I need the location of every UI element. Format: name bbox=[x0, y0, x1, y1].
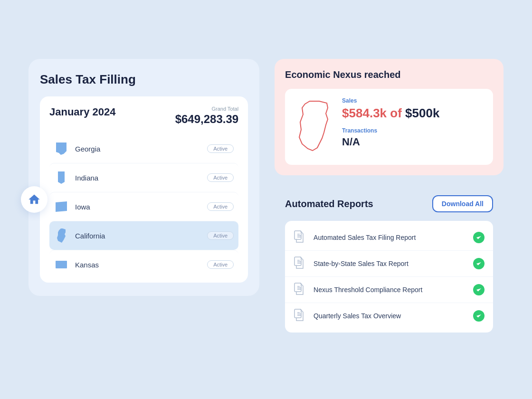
state-name-indiana: Indiana bbox=[75, 174, 207, 182]
reports-header: Automated Reports Download All bbox=[285, 195, 493, 212]
georgia-icon bbox=[54, 140, 68, 157]
status-badge-california: Active bbox=[207, 231, 234, 240]
indiana-icon bbox=[54, 169, 68, 186]
report-item-4[interactable]: Quarterly Sales Tax Overview bbox=[285, 303, 493, 329]
card-month: January 2024 bbox=[49, 106, 115, 118]
status-badge-georgia: Active bbox=[207, 144, 234, 153]
state-item-georgia[interactable]: Georgia Active bbox=[49, 134, 238, 163]
nexus-map bbox=[294, 97, 332, 156]
sales-amount: $584.3k of bbox=[342, 106, 402, 120]
state-item-iowa[interactable]: Iowa Active bbox=[49, 192, 238, 221]
report-file-icon-2 bbox=[294, 256, 307, 271]
report-item-1[interactable]: Automated Sales Tax Filing Report bbox=[285, 225, 493, 251]
reports-title: Automated Reports bbox=[285, 199, 373, 209]
report-check-3 bbox=[473, 284, 484, 295]
nexus-title: Economic Nexus reached bbox=[285, 69, 493, 80]
nexus-data: Sales $584.3k of $500k Transactions N/A bbox=[342, 97, 484, 148]
card-total: Grand Total $649,283.39 bbox=[175, 106, 238, 126]
iowa-icon bbox=[54, 198, 68, 215]
report-file-icon-1 bbox=[294, 230, 307, 245]
state-item-california[interactable]: California Active bbox=[49, 221, 238, 250]
svg-rect-1 bbox=[294, 231, 301, 239]
status-badge-kansas: Active bbox=[207, 260, 234, 269]
download-all-button[interactable]: Download All bbox=[432, 195, 493, 212]
svg-rect-5 bbox=[294, 257, 301, 266]
card-header: January 2024 Grand Total $649,283.39 bbox=[49, 106, 238, 126]
sales-label: Sales bbox=[342, 97, 484, 104]
report-item-2[interactable]: State-by-State Sales Tax Report bbox=[285, 251, 493, 277]
svg-rect-0 bbox=[56, 261, 67, 268]
right-panel: Economic Nexus reached Sales $584.3k of … bbox=[275, 59, 504, 340]
status-badge-iowa: Active bbox=[207, 202, 234, 211]
tax-card: January 2024 Grand Total $649,283.39 Geo… bbox=[40, 96, 248, 283]
transactions-label: Transactions bbox=[342, 127, 484, 134]
left-panel: Sales Tax Filling January 2024 Grand Tot… bbox=[28, 59, 259, 296]
svg-rect-9 bbox=[294, 283, 301, 292]
home-icon-circle[interactable] bbox=[21, 186, 48, 213]
state-name-iowa: Iowa bbox=[75, 203, 207, 211]
report-name-2: State-by-State Sales Tax Report bbox=[314, 260, 473, 267]
nexus-card: Economic Nexus reached Sales $584.3k of … bbox=[275, 59, 504, 175]
reports-list: Automated Sales Tax Filing Report bbox=[285, 221, 493, 332]
report-file-icon-3 bbox=[294, 283, 307, 297]
state-name-kansas: Kansas bbox=[75, 261, 207, 269]
nexus-content: Sales $584.3k of $500k Transactions N/A bbox=[285, 89, 493, 165]
state-item-kansas[interactable]: Kansas Active bbox=[49, 250, 238, 279]
page-title: Sales Tax Filling bbox=[40, 72, 248, 87]
reports-card: Automated Reports Download All Auto bbox=[275, 185, 504, 340]
status-badge-indiana: Active bbox=[207, 173, 234, 182]
grand-total-label: Grand Total bbox=[175, 106, 238, 112]
report-name-1: Automated Sales Tax Filing Report bbox=[314, 234, 473, 241]
sales-threshold: $500k bbox=[402, 106, 440, 120]
state-name-georgia: Georgia bbox=[75, 145, 207, 153]
report-check-4 bbox=[473, 310, 484, 322]
kansas-icon bbox=[54, 256, 68, 273]
main-container: Sales Tax Filling January 2024 Grand Tot… bbox=[10, 40, 522, 359]
report-file-icon-4 bbox=[294, 309, 307, 323]
transactions-value: N/A bbox=[342, 136, 484, 148]
sales-value: $584.3k of $500k bbox=[342, 106, 484, 121]
state-item-indiana[interactable]: Indiana Active bbox=[49, 163, 238, 192]
state-list: Georgia Active Indiana Active bbox=[49, 134, 238, 279]
report-name-3: Nexus Threshold Compliance Report bbox=[314, 286, 473, 294]
report-check-1 bbox=[473, 232, 484, 243]
home-icon bbox=[28, 193, 41, 206]
svg-rect-13 bbox=[294, 309, 301, 318]
report-item-3[interactable]: Nexus Threshold Compliance Report bbox=[285, 277, 493, 303]
report-check-2 bbox=[473, 258, 484, 269]
state-name-california: California bbox=[75, 232, 207, 240]
california-icon bbox=[54, 227, 68, 244]
report-name-4: Quarterly Sales Tax Overview bbox=[314, 312, 473, 320]
grand-total-value: $649,283.39 bbox=[175, 113, 238, 126]
